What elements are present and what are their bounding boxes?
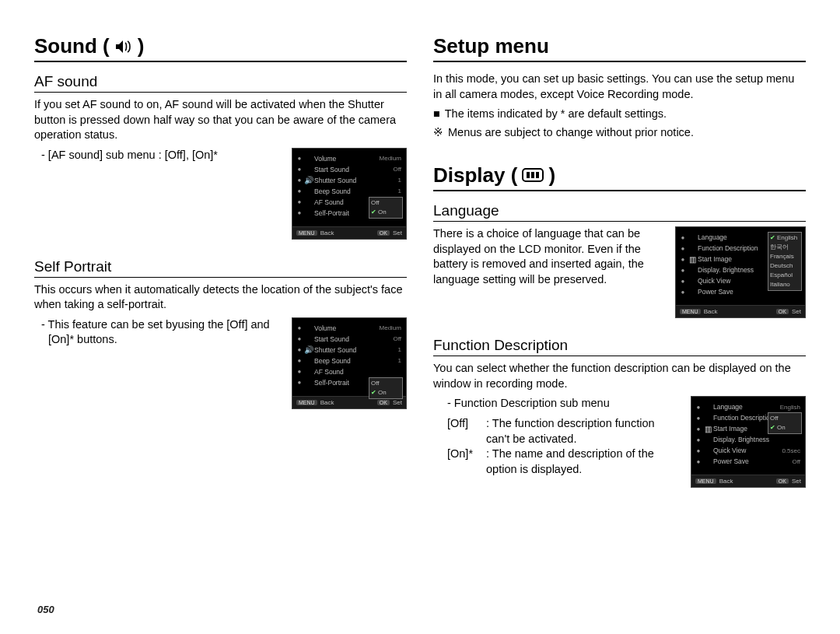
- menu-row: ●Beep Sound1: [296, 356, 403, 366]
- menu-set-label: Set: [792, 478, 801, 485]
- menu-row: ●VolumeMedium: [296, 323, 403, 334]
- setup-menu-heading: Setup menu: [433, 34, 806, 62]
- menu-row: ●Quick View0.5sec: [695, 445, 802, 456]
- af-sound-submenu: - [AF sound] sub menu : [Off], [On]*: [48, 148, 281, 163]
- menu-back-label: Back: [704, 308, 718, 315]
- menu-popup: OffOn: [369, 197, 403, 219]
- setup-note-default: ■ The items indicated by * are default s…: [433, 107, 806, 122]
- menu-row: ●AF Sound: [296, 366, 403, 377]
- display-heading: Display ( ): [433, 163, 806, 191]
- function-description-screenshot: ●LanguageEnglish●Function Description●▥S…: [691, 396, 806, 488]
- menu-back-label: Back: [719, 478, 733, 485]
- sound-heading-close: ): [138, 34, 145, 58]
- display-heading-close: ): [548, 163, 555, 187]
- self-portrait-screenshot: ●VolumeMedium●Start SoundOff●🔊Shutter So…: [292, 317, 407, 409]
- svg-rect-3: [536, 172, 539, 178]
- self-portrait-heading: Self Portrait: [34, 258, 407, 278]
- svg-rect-1: [527, 172, 530, 178]
- sound-heading: Sound ( ): [34, 34, 407, 62]
- menu-popup: OffOn: [369, 377, 403, 399]
- menu-row: ●Power SaveOff: [695, 456, 802, 467]
- menu-back-label: Back: [320, 399, 334, 406]
- sound-heading-text: Sound (: [34, 34, 110, 58]
- menu-row: ●Start SoundOff: [296, 334, 403, 345]
- af-sound-screenshot: ●VolumeMedium●Start SoundOff●🔊Shutter So…: [292, 148, 407, 240]
- left-column: Sound ( ) AF sound If you set AF sound t…: [34, 34, 407, 618]
- menu-row: ●VolumeMedium: [296, 153, 403, 164]
- menu-row: ●🔊Shutter Sound1: [296, 175, 403, 186]
- reference-mark-icon: ※: [433, 125, 443, 141]
- fd-off-row: [Off] : The function description functio…: [447, 416, 680, 447]
- menu-set-label: Set: [393, 229, 402, 236]
- language-desc: There is a choice of language that can b…: [433, 226, 664, 287]
- square-bullet-icon: ■: [433, 107, 440, 122]
- af-sound-heading: AF sound: [34, 73, 407, 93]
- menu-set-label: Set: [393, 399, 402, 406]
- display-heading-text: Display (: [433, 163, 517, 187]
- fd-submenu-head: - Function Description sub menu: [447, 396, 680, 412]
- language-screenshot: ●Language●Function Description●▥Start Im…: [675, 226, 806, 318]
- svg-rect-2: [531, 172, 534, 178]
- menu-row: ●Start SoundOff: [296, 164, 403, 175]
- display-icon: [522, 168, 544, 184]
- af-sound-desc: If you set AF sound to on, AF sound will…: [34, 97, 407, 143]
- setup-note-change: ※ Menus are subject to change without pr…: [433, 125, 806, 141]
- menu-row: ●LanguageEnglish: [695, 401, 802, 412]
- self-portrait-submenu: - This feature can be set byusing the [O…: [48, 317, 281, 348]
- right-column: Setup menu In this mode, you can set up …: [433, 34, 806, 618]
- menu-popup: OffOn: [768, 412, 802, 434]
- speaker-icon: [114, 39, 133, 54]
- fd-on-row: [On]* : The name and description of the …: [447, 447, 680, 477]
- page-number: 050: [37, 604, 54, 615]
- self-portrait-desc: This occurs when it automatically detect…: [34, 282, 407, 313]
- menu-row: ●Beep Sound1: [296, 186, 403, 197]
- menu-row: ●Display. Brightness: [695, 434, 802, 445]
- language-heading: Language: [433, 202, 806, 222]
- setup-menu-desc: In this mode, you can set up basic setti…: [433, 72, 806, 102]
- function-description-desc: You can select whether the function desc…: [433, 361, 806, 391]
- menu-row: ●🔊Shutter Sound1: [296, 345, 403, 356]
- menu-set-label: Set: [792, 308, 801, 315]
- function-description-heading: Function Description: [433, 337, 806, 356]
- menu-back-label: Back: [320, 229, 334, 236]
- menu-popup: English한국어FrançaisDeutschEspañolItaliano: [768, 232, 802, 291]
